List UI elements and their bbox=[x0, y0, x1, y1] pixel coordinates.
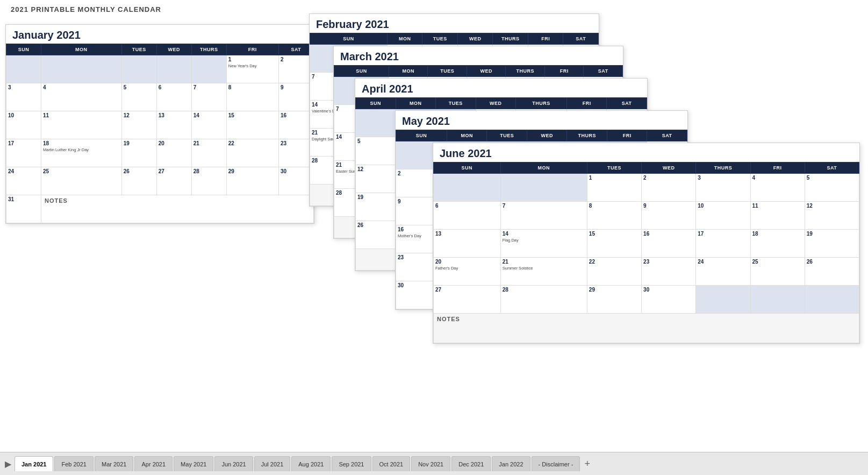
table-row: 3 bbox=[6, 83, 41, 111]
table-row: 2 bbox=[278, 55, 313, 83]
feb-header-tues: TUES bbox=[422, 33, 458, 45]
feb-header-sat: SAT bbox=[563, 33, 599, 45]
table-row: 3 bbox=[696, 174, 750, 202]
tab-may-2021[interactable]: May 2021 bbox=[174, 456, 213, 471]
tab-jul-2021[interactable]: Jul 2021 bbox=[254, 456, 291, 471]
feb-header-mon: MON bbox=[387, 33, 422, 45]
table-row: 30 bbox=[278, 167, 313, 195]
table-row: 4 bbox=[41, 83, 122, 111]
table-row: 12 bbox=[121, 111, 156, 139]
table-row: 11 bbox=[41, 111, 122, 139]
tab-apr-2021[interactable]: Apr 2021 bbox=[134, 456, 173, 471]
january-title: January 2021 bbox=[6, 25, 314, 44]
table-row: 12 bbox=[805, 202, 859, 230]
feb-header-fri: FRI bbox=[528, 33, 563, 45]
table-row: 6 bbox=[156, 83, 191, 111]
feb-header-thurs: THURS bbox=[493, 33, 528, 45]
june-grid: SUN MON TUES WED THURS FRI SAT 1 2 3 4 bbox=[433, 162, 859, 343]
table-row: 27 bbox=[156, 167, 191, 195]
tab-bar: ▶ Jan 2021 Feb 2021 Mar 2021 Apr 2021 Ma… bbox=[0, 452, 868, 475]
tab-jan-2021[interactable]: Jan 2021 bbox=[15, 456, 53, 471]
table-row: 19 bbox=[805, 230, 859, 258]
tab-mar-2021[interactable]: Mar 2021 bbox=[95, 456, 133, 471]
table-row: 9 bbox=[278, 83, 313, 111]
june-notes: NOTES bbox=[434, 314, 859, 343]
table-row: 25 bbox=[41, 167, 122, 195]
table-row: 22 bbox=[587, 258, 641, 286]
table-row: 31 bbox=[6, 195, 41, 223]
feb-header-sun: SUN bbox=[310, 33, 388, 45]
main-area: 2021 PRINTABLE MONTHLY CALENDAR January … bbox=[0, 0, 868, 452]
table-row: 23 bbox=[278, 139, 313, 167]
jan-header-thurs: THURS bbox=[191, 44, 226, 55]
table-row: 16 bbox=[278, 111, 313, 139]
table-row bbox=[500, 174, 587, 202]
table-row: 15 bbox=[226, 111, 278, 139]
table-row: 24 bbox=[696, 258, 750, 286]
table-row: 16 bbox=[642, 230, 696, 258]
table-row: 21Summer Solstice bbox=[500, 258, 587, 286]
table-row: 21 bbox=[191, 139, 226, 167]
june-title: June 2021 bbox=[433, 143, 859, 162]
table-row: 25 bbox=[750, 258, 805, 286]
table-row: 6 bbox=[434, 202, 501, 230]
table-row bbox=[356, 109, 396, 137]
table-row: 5 bbox=[356, 137, 396, 165]
table-row: 23 bbox=[642, 258, 696, 286]
table-row: 26 bbox=[805, 258, 859, 286]
table-row: 26 bbox=[121, 167, 156, 195]
table-row bbox=[191, 55, 226, 83]
table-row: 13 bbox=[156, 111, 191, 139]
table-row: 1 bbox=[587, 174, 641, 202]
table-row: 9 bbox=[642, 202, 696, 230]
jan-header-mon: MON bbox=[41, 44, 122, 55]
feb-header-wed: WED bbox=[457, 33, 493, 45]
table-row: 17 bbox=[696, 230, 750, 258]
table-row: 22 bbox=[226, 139, 278, 167]
add-tab-button[interactable]: + bbox=[581, 458, 593, 470]
table-row: 19 bbox=[121, 139, 156, 167]
tab-sep-2021[interactable]: Sep 2021 bbox=[332, 456, 371, 471]
jan-header-wed: WED bbox=[156, 44, 191, 55]
table-row: 10 bbox=[6, 111, 41, 139]
table-row: 12 bbox=[356, 165, 396, 193]
tab-dec-2021[interactable]: Dec 2021 bbox=[451, 456, 491, 471]
january-notes: NOTES bbox=[41, 195, 314, 223]
table-row: 29 bbox=[226, 167, 278, 195]
table-row: 14Flag Day bbox=[500, 230, 587, 258]
april-title: April 2021 bbox=[355, 79, 647, 97]
table-row: 10 bbox=[696, 202, 750, 230]
table-row: 29 bbox=[587, 286, 641, 314]
jan-header-fri: FRI bbox=[226, 44, 278, 55]
march-title: March 2021 bbox=[334, 46, 623, 65]
table-row: 13 bbox=[434, 230, 501, 258]
tab-oct-2021[interactable]: Oct 2021 bbox=[372, 456, 411, 471]
table-row: 28 bbox=[191, 167, 226, 195]
table-row: 17 bbox=[6, 139, 41, 167]
may-title: May 2021 bbox=[396, 111, 687, 130]
table-row: 30 bbox=[642, 286, 696, 314]
tab-jun-2021[interactable]: Jun 2021 bbox=[214, 456, 253, 471]
table-row bbox=[6, 55, 41, 83]
table-row: 18 bbox=[750, 230, 805, 258]
tab-jan-2022[interactable]: Jan 2022 bbox=[492, 456, 530, 471]
tab-aug-2021[interactable]: Aug 2021 bbox=[291, 456, 331, 471]
table-row bbox=[41, 55, 122, 83]
tab-feb-2021[interactable]: Feb 2021 bbox=[54, 456, 93, 471]
table-row: 8 bbox=[226, 83, 278, 111]
table-row bbox=[750, 286, 805, 314]
table-row bbox=[434, 174, 501, 202]
table-row bbox=[156, 55, 191, 83]
table-row: 15 bbox=[587, 230, 641, 258]
tab-disclaimer[interactable]: - Disclaimer - bbox=[532, 456, 580, 471]
table-row: 8 bbox=[587, 202, 641, 230]
jan-header-tues: TUES bbox=[121, 44, 156, 55]
table-row: 26 bbox=[356, 221, 396, 249]
tab-nov-2021[interactable]: Nov 2021 bbox=[411, 456, 450, 471]
tab-prev-arrow[interactable]: ▶ bbox=[3, 459, 13, 469]
table-row: 4 bbox=[750, 174, 805, 202]
january-grid: SUN MON TUES WED THURS FRI SAT 1New Year… bbox=[6, 44, 314, 223]
table-row: 5 bbox=[805, 174, 859, 202]
table-row bbox=[696, 286, 750, 314]
table-row: 18Martin Luther King Jr Day bbox=[41, 139, 122, 167]
